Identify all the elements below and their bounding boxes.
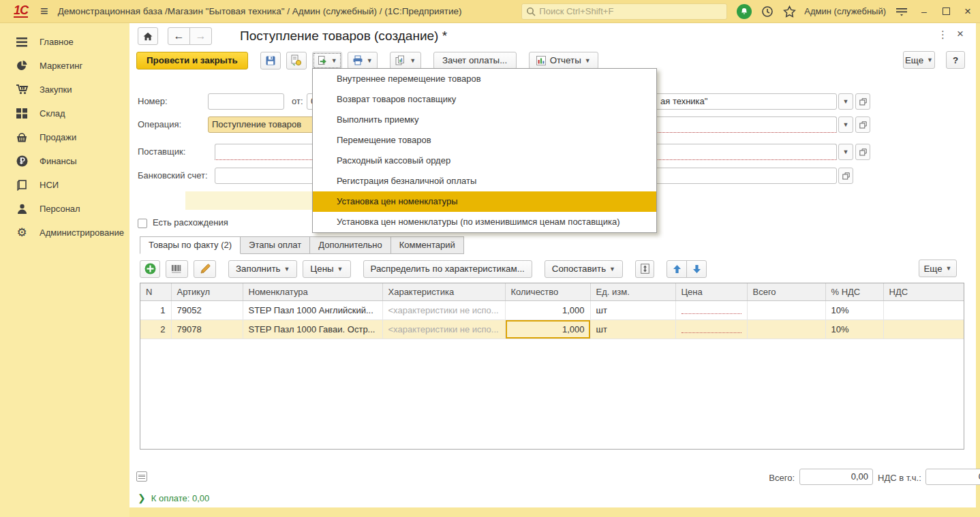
cell-total[interactable] bbox=[747, 319, 825, 339]
col-vat[interactable]: НДС bbox=[883, 283, 964, 300]
print-button[interactable]: ▼ bbox=[348, 52, 378, 69]
cell-nomenclature[interactable]: STEP Пазл 1000 Английский... bbox=[243, 300, 382, 319]
vat-total-input[interactable]: 0,00 bbox=[925, 469, 980, 485]
sidebar-item-glavnoe[interactable]: Главное bbox=[0, 30, 129, 54]
cell-quantity[interactable]: 1,000 bbox=[505, 300, 590, 319]
to-pay-link[interactable]: ❯ К оплате: 0,00 bbox=[138, 492, 209, 503]
tab-comment[interactable]: Комментарий bbox=[391, 236, 464, 254]
cell-vat[interactable] bbox=[883, 319, 964, 339]
window-options-icon[interactable]: ⋮ bbox=[938, 29, 948, 41]
counterparty-open-button[interactable] bbox=[855, 116, 870, 133]
comment-icon[interactable] bbox=[136, 471, 147, 482]
contract-open-button[interactable] bbox=[855, 144, 870, 160]
col-quantity[interactable]: Количество bbox=[505, 283, 590, 300]
table-more-button[interactable]: Еще ▼ bbox=[919, 260, 957, 277]
close-document-icon[interactable]: × bbox=[957, 27, 964, 41]
menu-item-internal-transfer[interactable]: Внутреннее перемещение товаров bbox=[313, 69, 656, 89]
cell-nomenclature[interactable]: STEP Пазл 1000 Гаваи. Остр... bbox=[243, 319, 382, 339]
maximize-button[interactable] bbox=[940, 6, 951, 17]
col-n[interactable]: N bbox=[140, 283, 171, 300]
edit-row-button[interactable] bbox=[194, 260, 216, 278]
cell-vat-percent[interactable]: 10% bbox=[825, 300, 883, 319]
cell-unit[interactable]: шт bbox=[590, 319, 675, 339]
more-button[interactable]: Еще ▼ bbox=[903, 51, 935, 69]
table-row[interactable]: 1 79052 STEP Пазл 1000 Английский... <ха… bbox=[140, 300, 964, 319]
expand-rows-button[interactable] bbox=[635, 260, 654, 278]
sidebar-item-personal[interactable]: Персонал bbox=[0, 197, 129, 221]
cell-characteristic[interactable]: <характеристики не испо... bbox=[382, 319, 505, 339]
col-total[interactable]: Всего bbox=[747, 283, 825, 300]
fill-button[interactable]: Заполнить ▼ bbox=[228, 260, 297, 278]
sidebar-item-marketing[interactable]: Маркетинг bbox=[0, 54, 129, 78]
global-search[interactable] bbox=[521, 3, 727, 20]
sidebar-item-finansy[interactable]: Финансы bbox=[0, 149, 129, 173]
help-button[interactable]: ? bbox=[946, 51, 965, 69]
cell-price[interactable] bbox=[675, 319, 747, 339]
minimize-button[interactable]: – bbox=[919, 6, 930, 17]
table-row-selected[interactable]: 2 79078 STEP Пазл 1000 Гаваи. Остр... <х… bbox=[140, 319, 964, 339]
menu-item-perform-acceptance[interactable]: Выполнить приемку bbox=[313, 110, 656, 130]
move-row-down-button[interactable] bbox=[686, 260, 707, 278]
col-characteristic[interactable]: Характеристика bbox=[382, 283, 505, 300]
forward-button[interactable]: → bbox=[189, 27, 212, 45]
menu-item-return-to-supplier[interactable]: Возврат товаров поставщику bbox=[313, 89, 656, 110]
menu-item-set-prices-changed[interactable]: Установка цен номенклатуры (по изменивши… bbox=[313, 212, 656, 232]
cell-vat[interactable] bbox=[883, 300, 964, 319]
match-button[interactable]: Сопоставить ▼ bbox=[545, 260, 623, 278]
col-article[interactable]: Артикул bbox=[171, 283, 243, 300]
col-price[interactable]: Цена bbox=[675, 283, 747, 300]
barcode-scan-button[interactable] bbox=[166, 260, 188, 278]
post-document-button[interactable] bbox=[286, 52, 307, 69]
reports-button[interactable]: Отчеты ▼ bbox=[529, 52, 598, 69]
organization-dropdown-button[interactable]: ▼ bbox=[838, 93, 853, 110]
current-user[interactable]: Админ (служебный) bbox=[804, 6, 886, 16]
col-nomenclature[interactable]: Номенклатура bbox=[243, 283, 382, 300]
add-row-button[interactable] bbox=[140, 260, 160, 278]
menu-item-cash-order[interactable]: Расходный кассовый ордер bbox=[313, 151, 656, 171]
number-input[interactable] bbox=[208, 93, 284, 110]
organization-open-button[interactable] bbox=[855, 93, 870, 110]
tab-payment-stages[interactable]: Этапы оплат bbox=[241, 236, 310, 254]
cell-vat-percent[interactable]: 10% bbox=[825, 319, 883, 339]
menu-item-goods-transfer[interactable]: Перемещение товаров bbox=[313, 130, 656, 151]
sidebar-item-sklad[interactable]: Склад bbox=[0, 101, 129, 125]
post-and-close-button[interactable]: Провести и закрыть bbox=[136, 52, 248, 69]
cell-price[interactable] bbox=[675, 300, 747, 319]
total-input[interactable]: 0,00 bbox=[799, 469, 873, 485]
sidebar-item-prodazhi[interactable]: Продажи bbox=[0, 125, 129, 149]
copies-button[interactable]: ▼ bbox=[390, 52, 421, 69]
cell-quantity-active[interactable]: 1,000 bbox=[505, 319, 590, 339]
save-button[interactable] bbox=[260, 52, 281, 69]
back-button[interactable]: ← bbox=[168, 27, 190, 45]
history-icon[interactable] bbox=[761, 5, 774, 18]
cell-unit[interactable]: шт bbox=[590, 300, 675, 319]
discrepancy-checkbox[interactable] bbox=[138, 219, 147, 228]
notifications-icon[interactable] bbox=[737, 4, 752, 19]
tab-goods-actual[interactable]: Товары по факту (2) bbox=[140, 236, 241, 254]
cell-characteristic[interactable]: <характеристики не испо... bbox=[382, 300, 505, 319]
close-window-button[interactable]: × bbox=[962, 5, 973, 18]
col-vat-percent[interactable]: % НДС bbox=[825, 283, 883, 300]
cell-article[interactable]: 79052 bbox=[171, 300, 243, 319]
cell-n[interactable]: 2 bbox=[140, 319, 171, 339]
contract-dropdown-button[interactable]: ▼ bbox=[838, 144, 853, 160]
account-detail-open-button[interactable] bbox=[838, 168, 853, 184]
cell-article[interactable]: 79078 bbox=[171, 319, 243, 339]
counterparty-dropdown-button[interactable]: ▼ bbox=[838, 116, 853, 133]
tab-additional[interactable]: Дополнительно bbox=[310, 236, 391, 254]
sidebar-item-nsi[interactable]: НСИ bbox=[0, 173, 129, 197]
menu-item-set-prices[interactable]: Установка цен номенклатуры bbox=[313, 191, 656, 212]
cell-total[interactable] bbox=[747, 300, 825, 319]
payment-offset-button[interactable]: Зачет оплаты... bbox=[433, 52, 517, 69]
main-menu-icon[interactable]: ≡ bbox=[40, 3, 48, 19]
col-unit[interactable]: Ед. изм. bbox=[590, 283, 675, 300]
operation-select[interactable]: Поступление товаров bbox=[208, 116, 327, 133]
prices-button[interactable]: Цены ▼ bbox=[303, 260, 350, 278]
search-input[interactable] bbox=[539, 6, 722, 16]
favorites-star-icon[interactable] bbox=[783, 5, 796, 18]
create-based-on-button[interactable]: ▼ bbox=[312, 52, 342, 69]
service-menu-icon[interactable] bbox=[895, 7, 908, 16]
sidebar-item-administrirovanie[interactable]: ⚙ Администрирование bbox=[0, 221, 129, 245]
distribute-by-characteristics-button[interactable]: Распределить по характеристикам... bbox=[363, 260, 532, 278]
move-row-up-button[interactable] bbox=[667, 260, 687, 278]
